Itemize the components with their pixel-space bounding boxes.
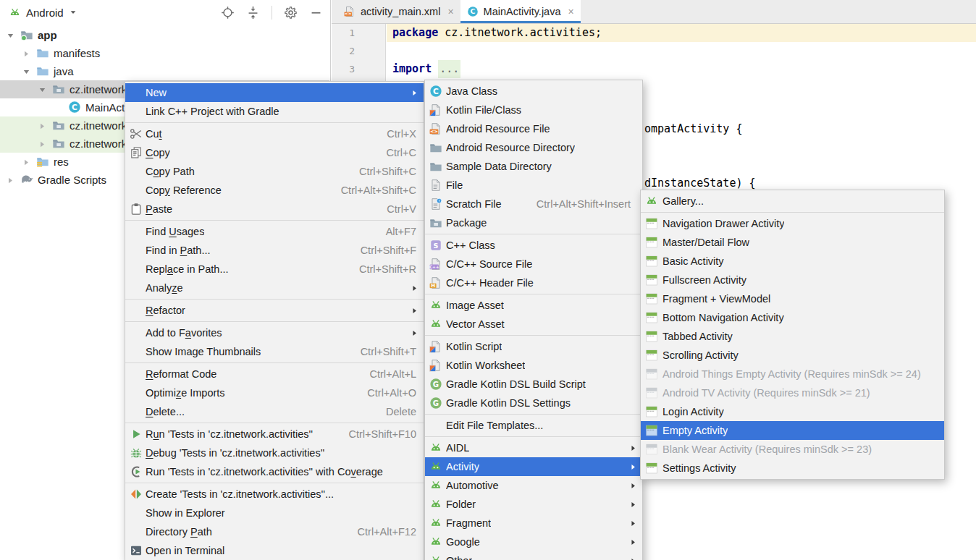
- menu-item-show-in-explorer[interactable]: Show in Explorer: [125, 504, 424, 522]
- hide-panel-button[interactable]: [309, 6, 323, 20]
- menu-item-folder[interactable]: Folder: [425, 495, 642, 514]
- menu-item-debug-tests-in-cz-itnetwork-activities[interactable]: Debug 'Tests in 'cz.itnetwork.activities…: [125, 444, 424, 462]
- menu-item-tabbed-activity[interactable]: Tabbed Activity: [641, 327, 944, 346]
- menu-item-fragment[interactable]: Fragment: [425, 514, 642, 533]
- menu-item-android-things-empty-activity-requires-min: Android Things Empty Activity (Requires …: [641, 365, 944, 383]
- menu-item-label: C/C++ Source File: [446, 258, 532, 270]
- menu-item-shortcut: Ctrl+Alt+F12: [348, 526, 416, 538]
- menu-item-new[interactable]: New: [125, 83, 424, 102]
- tree-expanded-arrow-icon[interactable]: [38, 85, 47, 94]
- menu-item-replace-in-path[interactable]: Replace in Path...Ctrl+Shift+R: [125, 260, 424, 279]
- menu-item-reformat-code[interactable]: Reformat CodeCtrl+Alt+L: [125, 365, 424, 383]
- menu-item-open-in-terminal[interactable]: Open in Terminal: [125, 541, 424, 560]
- settings-gear-button[interactable]: [284, 6, 298, 20]
- menu-item-c-c-source-file[interactable]: C++C/C++ Source File: [425, 255, 642, 273]
- tab-mainactivity-java[interactable]: CMainActivity.java×: [460, 0, 581, 23]
- menu-item-bottom-navigation-activity[interactable]: Bottom Navigation Activity: [641, 308, 944, 327]
- menu-item-gallery[interactable]: Gallery...: [641, 192, 944, 211]
- menu-item-settings-activity[interactable]: Settings Activity: [641, 459, 944, 478]
- menu-item-android-resource-file[interactable]: <>Android Resource File: [425, 119, 642, 138]
- menu-item-label: Navigation Drawer Activity: [662, 218, 784, 229]
- menu-item-cut[interactable]: CutCtrl+X: [125, 124, 424, 143]
- menu-item-edit-file-templates[interactable]: Edit File Templates...: [425, 416, 642, 435]
- tree-collapsed-arrow-icon[interactable]: [22, 48, 31, 58]
- menu-item-other[interactable]: Other: [425, 551, 642, 560]
- menu-item-sample-data-directory[interactable]: Sample Data Directory: [425, 157, 642, 176]
- menu-item-aidl[interactable]: AIDL: [425, 438, 642, 457]
- menu-item-label: Fullscreen Activity: [662, 274, 746, 286]
- folded-imports-chip[interactable]: ...: [438, 60, 460, 78]
- menu-item-file[interactable]: File: [425, 176, 642, 195]
- menu-item-kotlin-worksheet[interactable]: Kotlin Worksheet: [425, 356, 642, 375]
- menu-item-activity[interactable]: Activity: [425, 457, 642, 476]
- menu-item-java-class[interactable]: CJava Class: [425, 82, 642, 101]
- menu-item-refactor[interactable]: Refactor: [125, 301, 424, 320]
- menu-item-package[interactable]: Package: [425, 213, 642, 232]
- tree-collapsed-arrow-icon[interactable]: [38, 121, 47, 130]
- gradle-icon: [20, 173, 33, 186]
- menu-item-paste[interactable]: PasteCtrl+V: [125, 200, 424, 219]
- menu-item-navigation-drawer-activity[interactable]: Navigation Drawer Activity: [641, 214, 944, 233]
- menu-item-run-tests-in-cz-itnetwork-activities[interactable]: Run 'Tests in 'cz.itnetwork.activities''…: [125, 425, 424, 444]
- tree-item-manifests[interactable]: manifests: [0, 44, 329, 62]
- tab-activity-main-xml[interactable]: <>activity_main.xml×: [337, 0, 460, 23]
- tab-label: activity_main.xml: [361, 6, 440, 17]
- tree-expanded-arrow-icon[interactable]: [6, 30, 15, 40]
- menu-item-run-tests-in-cz-itnetwork-activities-with-[interactable]: Run 'Tests in 'cz.itnetwork.activities''…: [125, 462, 424, 481]
- menu-item-analyze[interactable]: Analyze: [125, 279, 424, 297]
- close-tab-icon[interactable]: ×: [447, 6, 453, 17]
- close-tab-icon[interactable]: ×: [568, 6, 573, 17]
- tree-expanded-arrow-icon[interactable]: [22, 67, 31, 76]
- menu-item-directory-path[interactable]: Directory PathCtrl+Alt+F12: [125, 522, 424, 541]
- tree-collapsed-arrow-icon[interactable]: [6, 175, 15, 184]
- menu-item-kotlin-script[interactable]: Kotlin Script: [425, 337, 642, 356]
- menu-item-label: Replace in Path...: [146, 263, 228, 275]
- menu-item-find-in-path[interactable]: Find in Path...Ctrl+Shift+F: [125, 241, 424, 260]
- menu-item-gradle-kotlin-dsl-build-script[interactable]: GGradle Kotlin DSL Build Script: [425, 375, 642, 394]
- menu-item-android-resource-directory[interactable]: Android Resource Directory: [425, 138, 642, 157]
- android-head-icon: [645, 195, 658, 208]
- menu-item-add-to-favorites[interactable]: Add to Favorites: [125, 323, 424, 342]
- menu-item-find-usages[interactable]: Find UsagesAlt+F7: [125, 222, 424, 241]
- tree-item-app[interactable]: app: [0, 26, 329, 44]
- locate-file-button[interactable]: [221, 6, 235, 20]
- menu-item-master-detail-flow[interactable]: Master/Detail Flow: [641, 233, 944, 252]
- menu-item-scrolling-activity[interactable]: Scrolling Activity: [641, 346, 944, 365]
- menu-item-copy-reference[interactable]: Copy ReferenceCtrl+Alt+Shift+C: [125, 181, 424, 200]
- menu-item-vector-asset[interactable]: Vector Asset: [425, 315, 642, 334]
- menu-item-scratch-file[interactable]: Scratch FileCtrl+Alt+Shift+Insert: [425, 195, 642, 213]
- menu-item-show-image-thumbnails[interactable]: Show Image ThumbnailsCtrl+Shift+T: [125, 342, 424, 361]
- create-tests-icon: [130, 488, 143, 501]
- menu-item-kotlin-file-class[interactable]: Kotlin File/Class: [425, 101, 642, 119]
- menu-item-c-c-header-file[interactable]: HC/C++ Header File: [425, 273, 642, 292]
- menu-item-empty-activity[interactable]: Empty Activity: [641, 421, 944, 440]
- menu-item-delete[interactable]: Delete...Delete: [125, 402, 424, 421]
- menu-item-gradle-kotlin-dsl-settings[interactable]: GGradle Kotlin DSL Settings: [425, 394, 642, 412]
- project-view-selector[interactable]: Android: [9, 7, 77, 19]
- collapse-all-button[interactable]: [246, 6, 260, 20]
- menu-item-label: Sample Data Directory: [446, 161, 552, 172]
- menu-item-automotive[interactable]: Automotive: [425, 476, 642, 495]
- menu-separator: [425, 436, 642, 437]
- debug-icon: [130, 446, 143, 459]
- tree-collapsed-arrow-icon[interactable]: [38, 139, 47, 148]
- menu-item-optimize-imports[interactable]: Optimize ImportsCtrl+Alt+O: [125, 383, 424, 402]
- tpl-icon: [645, 311, 658, 324]
- menu-item-copy[interactable]: CopyCtrl+C: [125, 143, 424, 162]
- menu-item-copy-path[interactable]: Copy PathCtrl+Shift+C: [125, 162, 424, 181]
- menu-item-fragment-viewmodel[interactable]: Fragment + ViewModel: [641, 289, 944, 308]
- menu-item-link-c-project-with-gradle[interactable]: Link C++ Project with Gradle: [125, 102, 424, 121]
- menu-item-image-asset[interactable]: Image Asset: [425, 296, 642, 315]
- menu-item-create-tests-in-cz-itnetwork-activities[interactable]: Create 'Tests in 'cz.itnetwork.activitie…: [125, 485, 424, 504]
- menu-item-google[interactable]: Google: [425, 533, 642, 551]
- menu-item-login-activity[interactable]: Login Activity: [641, 402, 944, 421]
- submenu-arrow-icon: [629, 482, 637, 490]
- submenu-arrow-icon: [411, 89, 418, 97]
- svg-text:S: S: [434, 242, 439, 250]
- menu-item-shortcut: Ctrl+Shift+F10: [339, 428, 417, 440]
- menu-item-basic-activity[interactable]: Basic Activity: [641, 252, 944, 271]
- menu-item-c-class[interactable]: SC++ Class: [425, 236, 642, 255]
- menu-item-fullscreen-activity[interactable]: Fullscreen Activity: [641, 271, 944, 289]
- tree-item-java[interactable]: java: [0, 62, 329, 80]
- tree-collapsed-arrow-icon[interactable]: [22, 157, 31, 166]
